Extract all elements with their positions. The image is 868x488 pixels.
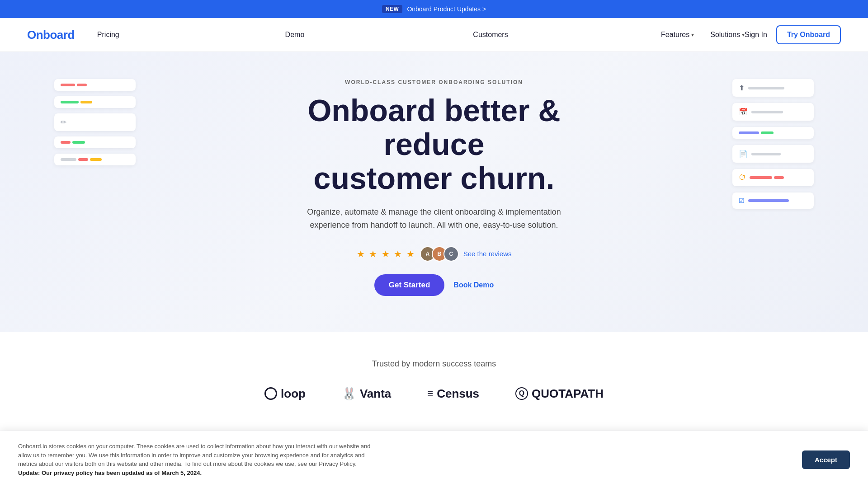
left-card-5 (54, 154, 136, 165)
upload-icon: ⬆ (739, 84, 745, 92)
features-chevron-icon: ▾ (691, 32, 694, 38)
banner-text[interactable]: Onboard Product Updates > (407, 5, 486, 13)
nav-customers[interactable]: Customers (473, 31, 645, 39)
hero-section: ✏ ⬆ (0, 52, 868, 332)
hero-title: Onboard better & reduce customer churn. (276, 94, 592, 195)
book-demo-link[interactable]: Book Demo (453, 281, 494, 289)
loop-ring-icon (264, 387, 277, 400)
hero-subtitle: Organize, automate & manage the client o… (303, 206, 565, 232)
see-reviews-link[interactable]: See the reviews (463, 250, 512, 258)
navbar: Onboard Pricing Demo Customers Features … (0, 18, 868, 52)
left-card-4 (54, 136, 136, 148)
new-badge: NEW (382, 5, 403, 13)
logo[interactable]: Onboard (27, 28, 75, 42)
trusted-section: Trusted by modern success teams loop 🐰 V… (0, 332, 868, 432)
nav-solutions[interactable]: Solutions ▾ (710, 31, 745, 39)
check-icon: ☑ (739, 197, 745, 204)
left-card-2 (54, 96, 136, 108)
doc-icon: 📄 (739, 150, 748, 158)
try-onboard-button[interactable]: Try Onboard (776, 25, 841, 44)
right-card-1: ⬆ (732, 79, 814, 97)
hero-cta: Get Started Book Demo (276, 274, 592, 296)
census-logo: ≡ Census (427, 387, 479, 401)
calendar-icon: 📅 (739, 108, 748, 116)
top-banner: NEW Onboard Product Updates > (0, 0, 868, 18)
trusted-label: Trusted by modern success teams (0, 359, 868, 369)
quotapath-logo: Q QUOTAPATH (515, 387, 604, 401)
sign-in-link[interactable]: Sign In (745, 31, 767, 39)
cookie-banner: Onboard.io stores cookies on your comput… (0, 431, 868, 432)
hero-content: WORLD-CLASS CUSTOMER ONBOARDING SOLUTION… (276, 79, 592, 296)
vanta-logo: 🐰 Vanta (342, 387, 391, 401)
hero-reviews: ★ ★ ★ ★ ★ A B C See the reviews (276, 246, 592, 262)
right-card-6: ☑ (732, 192, 814, 209)
pen-icon: ✏ (61, 118, 66, 127)
clock-icon: ⏱ (739, 174, 746, 182)
right-card-2: 📅 (732, 103, 814, 121)
right-card-4: 📄 (732, 145, 814, 163)
left-card-3: ✏ (54, 113, 136, 131)
company-logos: loop 🐰 Vanta ≡ Census Q QUOTAPATH (0, 387, 868, 401)
loop-logo: loop (264, 387, 306, 401)
vanta-icon: 🐰 (342, 387, 356, 401)
hero-eyebrow: WORLD-CLASS CUSTOMER ONBOARDING SOLUTION (276, 79, 592, 85)
right-card-3 (732, 127, 814, 139)
left-cards: ✏ (54, 79, 136, 165)
quotapath-icon: Q (515, 387, 528, 400)
nav-demo[interactable]: Demo (285, 31, 457, 39)
nav-features[interactable]: Features ▾ (661, 31, 694, 39)
avatar-3: C (443, 246, 459, 262)
nav-pricing[interactable]: Pricing (97, 31, 269, 39)
census-icon: ≡ (427, 388, 433, 399)
nav-links: Pricing Demo Customers Features ▾ Soluti… (97, 31, 745, 39)
right-cards: ⬆ 📅 📄 (732, 79, 814, 209)
right-card-5: ⏱ (732, 169, 814, 186)
star-rating: ★ ★ ★ ★ ★ (357, 249, 415, 259)
get-started-button[interactable]: Get Started (374, 274, 445, 296)
left-card-1 (54, 79, 136, 91)
nav-actions: Sign In Try Onboard (745, 25, 841, 44)
reviewer-avatars: A B C (420, 246, 459, 262)
